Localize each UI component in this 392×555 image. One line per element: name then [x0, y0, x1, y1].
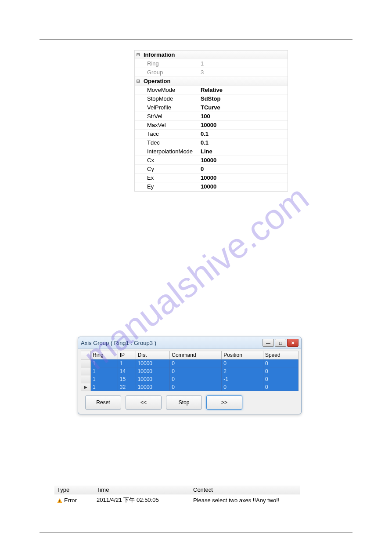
prop-label: Tdec: [135, 139, 201, 146]
cell-position[interactable]: 0: [222, 383, 263, 391]
window-titlebar[interactable]: Axis Group ( Ring1 : Group3 ) — ◻ ✕: [78, 337, 301, 349]
col-ip[interactable]: IP: [118, 351, 136, 359]
col-speed[interactable]: Speed: [263, 351, 298, 359]
prop-value[interactable]: TCurve: [201, 104, 288, 111]
col-command[interactable]: Command: [170, 351, 222, 359]
table-row[interactable]: 1 1 10000 0 0 0: [81, 359, 298, 367]
prop-section-operation[interactable]: ⊟ Operation: [135, 77, 288, 86]
prop-label: Ex: [135, 174, 201, 181]
log-panel: Type Time Contect Error 2011/4/21 下午 02:…: [54, 486, 300, 506]
log-row[interactable]: Error 2011/4/21 下午 02:50:05 Please selec…: [54, 494, 300, 506]
prop-label: Ring: [135, 60, 201, 67]
cell-ring[interactable]: 1: [91, 383, 118, 391]
table-row[interactable]: 1 32 10000 0 0 0: [81, 383, 298, 391]
page-rule-bottom: [40, 533, 352, 533]
collapse-icon[interactable]: ⊟: [135, 51, 142, 58]
cell-ring[interactable]: 1: [91, 375, 118, 383]
prop-label: MaxVel: [135, 122, 201, 128]
row-header[interactable]: [81, 359, 91, 367]
row-header[interactable]: [81, 367, 91, 375]
prop-row-ring[interactable]: Ring 1: [135, 59, 288, 68]
prop-row-cx[interactable]: Cx10000: [135, 156, 288, 165]
cell-position[interactable]: 0: [222, 359, 263, 367]
cell-ip[interactable]: 15: [118, 375, 136, 383]
prop-row-cy[interactable]: Cy0: [135, 165, 288, 174]
prop-row-maxvel[interactable]: MaxVel10000: [135, 121, 288, 130]
prop-row-group[interactable]: Group 3: [135, 68, 288, 77]
prop-value[interactable]: 0: [201, 166, 288, 172]
prop-row-velprofile[interactable]: VelProfileTCurve: [135, 103, 288, 112]
cell-command[interactable]: 0: [170, 383, 222, 391]
table-header-row: Ring IP Dist Command Position Speed: [81, 351, 298, 359]
col-rowheader: [81, 351, 91, 359]
prop-value[interactable]: Relative: [201, 87, 288, 93]
prop-row-stopmode[interactable]: StopModeSdStop: [135, 94, 288, 103]
prop-row-ex[interactable]: Ex10000: [135, 174, 288, 182]
stop-button[interactable]: Stop: [166, 395, 202, 410]
prop-value[interactable]: Line: [201, 148, 288, 155]
col-dist[interactable]: Dist: [136, 351, 170, 359]
prop-value[interactable]: 0.1: [201, 139, 288, 146]
close-button[interactable]: ✕: [287, 339, 298, 347]
cell-command[interactable]: 0: [170, 359, 222, 367]
prop-value[interactable]: 10000: [201, 183, 288, 190]
cell-dist[interactable]: 10000: [136, 367, 170, 375]
log-col-content[interactable]: Contect: [191, 486, 300, 494]
prop-label: Cy: [135, 166, 201, 172]
cell-dist[interactable]: 10000: [136, 375, 170, 383]
warning-icon: [57, 498, 62, 503]
prop-row-tdec[interactable]: Tdec0.1: [135, 138, 288, 147]
row-header[interactable]: [81, 375, 91, 383]
prop-value[interactable]: 0.1: [201, 131, 288, 137]
prev-button[interactable]: <<: [126, 395, 162, 410]
col-ring[interactable]: Ring: [91, 351, 118, 359]
cell-speed[interactable]: 0: [263, 375, 298, 383]
prop-row-tacc[interactable]: Tacc0.1: [135, 130, 288, 138]
log-cell-type: Error: [54, 494, 94, 506]
prop-label: InterpolationMode: [135, 148, 201, 155]
cell-ring[interactable]: 1: [91, 367, 118, 375]
prop-value[interactable]: 100: [201, 113, 288, 120]
cell-ip[interactable]: 1: [118, 359, 136, 367]
prop-value[interactable]: 10000: [201, 122, 288, 128]
button-row: Reset << Stop >>: [81, 395, 298, 410]
prop-section-information[interactable]: ⊟ Information: [135, 51, 288, 59]
cell-command[interactable]: 0: [170, 367, 222, 375]
log-cell-time: 2011/4/21 下午 02:50:05: [94, 494, 191, 506]
prop-value[interactable]: 10000: [201, 174, 288, 181]
prop-row-movemode[interactable]: MoveModeRelative: [135, 86, 288, 94]
row-header-active[interactable]: [81, 383, 91, 391]
log-table: Type Time Contect Error 2011/4/21 下午 02:…: [54, 486, 300, 506]
log-col-type[interactable]: Type: [54, 486, 94, 494]
prop-value[interactable]: SdStop: [201, 95, 288, 102]
cell-dist[interactable]: 10000: [136, 359, 170, 367]
reset-button[interactable]: Reset: [85, 395, 121, 410]
cell-speed[interactable]: 0: [263, 367, 298, 375]
cell-speed[interactable]: 0: [263, 359, 298, 367]
cell-position[interactable]: -1: [222, 375, 263, 383]
prop-row-strvel[interactable]: StrVel100: [135, 112, 288, 121]
col-position[interactable]: Position: [222, 351, 263, 359]
table-row[interactable]: 1 14 10000 0 2 0: [81, 367, 298, 375]
collapse-icon[interactable]: ⊟: [135, 78, 142, 84]
cell-position[interactable]: 2: [222, 367, 263, 375]
maximize-button[interactable]: ◻: [275, 339, 286, 347]
cell-ip[interactable]: 32: [118, 383, 136, 391]
log-cell-content: Please select two axes !!Any two!!: [191, 494, 300, 506]
cell-dist[interactable]: 10000: [136, 383, 170, 391]
next-button[interactable]: >>: [206, 395, 242, 410]
cell-ip[interactable]: 14: [118, 367, 136, 375]
log-col-time[interactable]: Time: [94, 486, 191, 494]
table-row[interactable]: 1 15 10000 0 -1 0: [81, 375, 298, 383]
cell-speed[interactable]: 0: [263, 383, 298, 391]
prop-label: StopMode: [135, 95, 201, 102]
prop-label: VelProfile: [135, 104, 201, 111]
prop-section-label: Information: [142, 51, 175, 58]
cell-ring[interactable]: 1: [91, 359, 118, 367]
minimize-button[interactable]: —: [263, 339, 274, 347]
prop-value[interactable]: 10000: [201, 157, 288, 163]
cell-command[interactable]: 0: [170, 375, 222, 383]
prop-row-interpolation[interactable]: InterpolationModeLine: [135, 147, 288, 156]
prop-row-ey[interactable]: Ey10000: [135, 182, 288, 191]
prop-value: 1: [201, 60, 288, 67]
